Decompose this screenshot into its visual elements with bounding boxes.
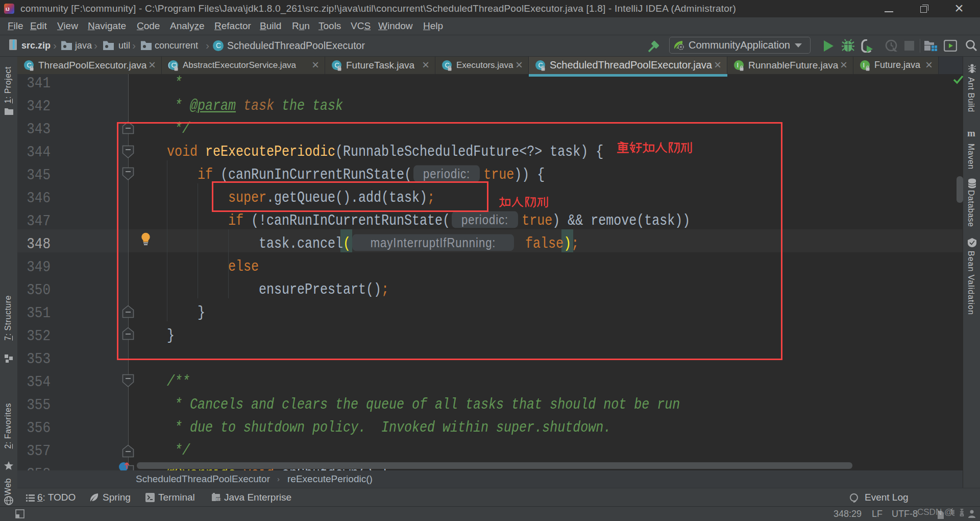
- svg-text:EE: EE: [216, 498, 222, 501]
